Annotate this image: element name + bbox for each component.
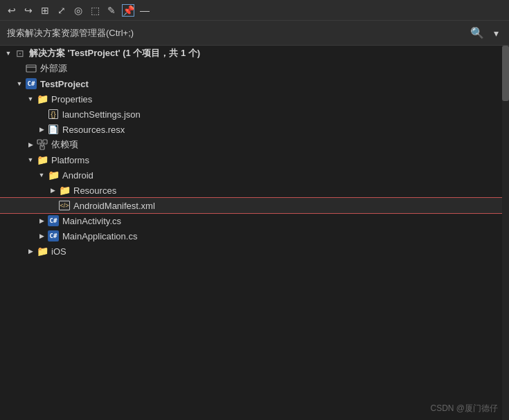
android-resources-row[interactable]: 📁 Resources: [0, 183, 509, 198]
search-icon[interactable]: 🔍: [470, 26, 484, 39]
toolbar: ↩ ↪ ⊞ ⤢ ◎ ⬚ ✎ 📌 —: [0, 0, 509, 21]
project-expand-arrow: [14, 78, 25, 89]
project-label: TestProject: [40, 79, 89, 89]
android-resources-icon: 📁: [58, 184, 71, 197]
solution-expand-arrow: [3, 48, 14, 59]
external-sources-label: 外部源: [40, 62, 67, 75]
watermark: CSDN @厦门德仔: [430, 403, 498, 414]
box-icon[interactable]: ⬚: [89, 4, 101, 17]
scrollbar-thumb[interactable]: [502, 46, 509, 101]
resx-expand-arrow: [36, 124, 47, 135]
properties-expand-arrow: [25, 93, 36, 104]
expand-icon[interactable]: ⤢: [55, 4, 68, 17]
dependencies-label: 依赖项: [51, 138, 78, 151]
project-icon: C#: [25, 77, 37, 90]
solution-label: 解决方案 'TestProject' (1 个项目，共 1 个): [29, 47, 200, 60]
deps-expand-arrow: [25, 139, 36, 150]
external-icon: [25, 62, 37, 75]
android-folder-row[interactable]: 📁 Android: [0, 167, 509, 183]
android-resources-label: Resources: [73, 185, 116, 196]
ios-folder-icon: 📁: [36, 245, 48, 257]
edit-icon[interactable]: ✎: [105, 4, 118, 17]
ios-expand-arrow: [25, 246, 36, 257]
properties-folder-icon: 📁: [36, 93, 48, 105]
circle-icon[interactable]: ◎: [72, 4, 84, 17]
ios-label: iOS: [51, 246, 66, 257]
search-bar-label: 搜索解决方案资源管理器(Ctrl+;): [7, 27, 465, 39]
android-folder-icon: 📁: [47, 169, 60, 181]
launch-settings-row[interactable]: {} launchSettings.json: [0, 107, 509, 122]
android-expand-arrow: [36, 170, 47, 181]
resx-icon: 📄: [47, 123, 60, 136]
redo-icon[interactable]: ↪: [22, 4, 35, 17]
main-application-row[interactable]: C# MainApplication.cs: [0, 228, 509, 244]
pin-icon[interactable]: 📌: [122, 4, 134, 17]
minus-icon[interactable]: —: [139, 4, 151, 17]
scrollbar-track[interactable]: [502, 46, 509, 420]
android-res-expand-arrow: [47, 185, 58, 196]
deps-icon: [36, 138, 48, 151]
main-application-label: MainApplication.cs: [62, 231, 137, 241]
properties-folder-row[interactable]: 📁 Properties: [0, 91, 509, 107]
launch-settings-label: launchSettings.json: [62, 109, 141, 120]
dependencies-row[interactable]: 依赖项: [0, 137, 509, 152]
properties-label: Properties: [51, 94, 92, 104]
platforms-folder-icon: 📁: [36, 154, 48, 166]
main-application-cs-icon: C#: [47, 230, 60, 242]
project-row[interactable]: C# TestProject: [0, 76, 509, 91]
resources-resx-row[interactable]: 📄 Resources.resx: [0, 122, 509, 137]
search-bar[interactable]: 搜索解决方案资源管理器(Ctrl+;) 🔍 ▾: [0, 21, 509, 46]
main-activity-expand-arrow: [36, 215, 47, 226]
svg-rect-0: [26, 65, 36, 72]
main-activity-cs-icon: C#: [47, 214, 60, 227]
external-sources-row[interactable]: 外部源: [0, 61, 509, 76]
android-label: Android: [62, 170, 93, 181]
launch-json-icon: {}: [47, 108, 60, 120]
undo-icon[interactable]: ↩: [6, 4, 18, 17]
platforms-expand-arrow: [25, 154, 36, 165]
main-activity-label: MainActivity.cs: [62, 216, 121, 226]
platforms-folder-row[interactable]: 📁 Platforms: [0, 152, 509, 167]
main-activity-row[interactable]: C# MainActivity.cs: [0, 213, 509, 228]
grid-icon[interactable]: ⊞: [39, 4, 51, 17]
ios-folder-row[interactable]: 📁 iOS: [0, 244, 509, 259]
platforms-label: Platforms: [51, 155, 89, 165]
resources-resx-label: Resources.resx: [62, 125, 125, 135]
explorer-content: ⊡ 解决方案 'TestProject' (1 个项目，共 1 个) 外部源 C…: [0, 46, 509, 420]
dropdown-icon[interactable]: ▾: [490, 27, 502, 39]
main-application-expand-arrow: [36, 230, 47, 241]
android-manifest-label: AndroidManifest.xml: [73, 201, 155, 211]
manifest-xml-icon: </>: [58, 199, 71, 212]
solution-icon: ⊡: [14, 47, 26, 60]
solution-row[interactable]: ⊡ 解决方案 'TestProject' (1 个项目，共 1 个): [0, 46, 509, 61]
android-manifest-row[interactable]: </> AndroidManifest.xml: [0, 198, 509, 213]
